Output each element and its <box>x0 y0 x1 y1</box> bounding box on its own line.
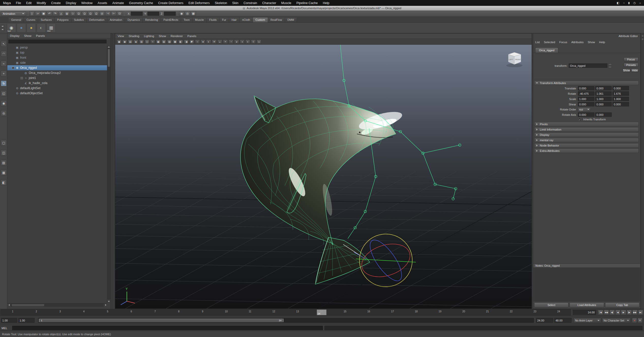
collapsed-section-header[interactable]: Extra Attributes <box>534 149 639 153</box>
shelf-tab[interactable]: Custom <box>253 18 268 22</box>
snap-to-view-plane-icon[interactable]: Ω <box>94 11 99 16</box>
pane-with-outliner-layout-icon[interactable]: ▤ <box>1 160 7 166</box>
macbar-menu-item[interactable]: Maya <box>3 1 11 5</box>
outliner-item[interactable]: - ⊕ Orca_rigged <box>7 65 107 70</box>
animation-preferences-button[interactable]: ≡ <box>638 318 642 323</box>
transform-name-field[interactable] <box>569 63 607 68</box>
resolution-gate-icon[interactable]: ▨ <box>167 40 172 44</box>
shelf-cycle-up-icon[interactable] <box>1 25 4 27</box>
shelf-tab[interactable]: Deformation <box>87 18 107 22</box>
outliner-menu[interactable]: Show <box>24 34 32 37</box>
textured-mode-icon[interactable]: ◐ <box>206 40 211 44</box>
scrollbar-thumb[interactable] <box>11 304 44 307</box>
shelf-tab[interactable]: Fluids <box>207 18 219 22</box>
wireframe-mode-icon[interactable]: ○ <box>195 40 200 44</box>
scroll-right-icon[interactable] <box>104 303 107 307</box>
bookmarks-icon[interactable]: ◈ <box>133 40 138 44</box>
grid-toggle-icon[interactable]: ▦ <box>156 40 161 44</box>
outliner-item[interactable]: ⊙ defaultLightSet <box>7 86 107 91</box>
outliner-filter-input[interactable] <box>8 40 107 43</box>
attribute-value-field[interactable] <box>595 97 612 101</box>
select-by-hierarchy-icon[interactable]: ◬ <box>58 11 64 16</box>
play-forwards-button[interactable]: ▶ <box>621 310 626 315</box>
shelf-tab[interactable]: DMM <box>285 18 297 22</box>
isolate-select-icon[interactable]: ◗ <box>245 40 250 44</box>
viewport-menu[interactable]: Shading <box>129 35 139 38</box>
command-line-language-toggle[interactable]: MEL <box>2 327 11 330</box>
attribute-value-field[interactable] <box>612 86 629 90</box>
output-connections-icon[interactable]: ⊢ <box>111 11 116 16</box>
show-button[interactable]: Show <box>623 69 630 72</box>
shelf-tab[interactable]: PaintEffects <box>161 18 181 22</box>
viewport-canvas[interactable]: LEFT FRONT Y <box>115 45 532 309</box>
window-title-bar[interactable]: ▤ Autodesk Maya 2013 x64: /Users/Ricardo… <box>0 6 644 11</box>
camera-attributes-icon[interactable]: ▤ <box>128 40 133 44</box>
redo-icon[interactable]: ↷ <box>53 11 58 16</box>
battery-status-icon[interactable]: ▮ <box>628 1 630 5</box>
viewport-menu[interactable]: View <box>118 35 124 38</box>
pan-zoom-icon[interactable]: ◫ <box>145 40 149 44</box>
macbar-menu-item[interactable]: Muscle <box>281 1 291 5</box>
select-by-component-icon[interactable]: ◇ <box>70 11 76 16</box>
step-back-key-button[interactable]: ◀◀ <box>604 310 609 315</box>
expand-toggle-icon[interactable]: - <box>12 67 14 69</box>
shelf-tab[interactable]: Hair <box>229 18 239 22</box>
shelf-tab[interactable]: Rendering <box>143 18 161 22</box>
motion-blur-icon[interactable]: ◔ <box>229 40 233 44</box>
coordinate-input[interactable] <box>164 12 176 16</box>
select-tool-icon[interactable]: ↖ <box>1 41 7 47</box>
attribute-value-field[interactable] <box>578 97 594 101</box>
shelf-tab[interactable]: Toon <box>181 18 192 22</box>
current-frame-marker[interactable]: 14 <box>317 310 326 315</box>
collapsed-section-header[interactable]: Node Behavior <box>534 143 639 148</box>
lasso-tool-icon[interactable]: ◠ <box>1 51 7 57</box>
copy-tab-button[interactable]: Copy Tab <box>605 302 639 308</box>
input-connections-icon[interactable]: ⊣ <box>105 11 111 16</box>
collapsed-section-header[interactable]: Pivots <box>534 122 639 126</box>
shelf-item[interactable]: ● <box>17 23 26 33</box>
universal-manipulator-icon[interactable]: ◉ <box>1 100 7 106</box>
shelf-item[interactable]: ◉ Spli <box>7 23 16 33</box>
rotate-tool-icon[interactable]: ↻ <box>1 81 7 86</box>
macbar-menu-item[interactable]: Skin <box>232 1 238 5</box>
shelf-tab[interactable]: Animation <box>107 18 125 22</box>
animation-start-field[interactable] <box>1 318 17 323</box>
attribute-value-field[interactable] <box>578 91 594 96</box>
shadows-icon[interactable]: ◒ <box>217 40 222 44</box>
inherits-transform-checkbox[interactable]: ✓ <box>578 118 581 121</box>
shelf-tab[interactable]: Muscle <box>192 18 207 22</box>
playback-end-field[interactable] <box>536 318 553 323</box>
go-to-start-button[interactable]: |◀ <box>598 310 603 315</box>
shelf-tab[interactable]: Dynamics <box>125 18 143 22</box>
collapsed-section-header[interactable]: Display <box>534 133 639 137</box>
command-line-input[interactable] <box>12 326 323 330</box>
coordinate-input[interactable] <box>147 12 159 16</box>
viewport-menu[interactable]: Renderer <box>171 35 183 38</box>
attribute-value-field[interactable] <box>612 97 629 101</box>
snap-to-grid-icon[interactable]: Ω <box>76 11 81 16</box>
macbar-menu-item[interactable]: Window <box>81 1 93 5</box>
spotlight-search-icon[interactable]: ○ <box>639 2 641 5</box>
attribute-editor-menu[interactable]: Show <box>588 41 595 44</box>
expand-toggle-icon[interactable]: + <box>21 77 23 79</box>
viewport-3d-scene[interactable]: LEFT FRONT Y <box>115 45 532 309</box>
shelf-item[interactable]: ● <box>27 23 36 33</box>
snap-to-point-icon[interactable]: Ω <box>88 11 93 16</box>
outliner-menu[interactable]: Display <box>10 34 20 37</box>
image-plane-icon[interactable]: ▥ <box>139 40 144 44</box>
macbar-menu-item[interactable]: Assets <box>98 1 107 5</box>
lock-camera-icon[interactable]: ◉ <box>122 40 127 44</box>
rotate-axis-field[interactable] <box>578 113 594 117</box>
single-pane-layout-icon[interactable]: ▢ <box>1 140 7 146</box>
macbar-menu-item[interactable]: Pipeline Cache <box>296 1 318 5</box>
outliner-item[interactable]: + ○ joint1 <box>7 75 107 81</box>
step-forward-frame-button[interactable]: |▶ <box>627 310 632 315</box>
rotate-axis-field[interactable] <box>595 113 612 117</box>
scrollbar-thumb[interactable] <box>108 49 110 67</box>
xray-joints-icon[interactable]: ◇ <box>257 40 261 44</box>
new-scene-icon[interactable]: ▯ <box>29 11 35 16</box>
rotate-order-dropdown[interactable]: xyz <box>578 107 591 111</box>
anim-layer-selector[interactable]: No Anim Layer <box>574 318 601 323</box>
select-by-object-icon[interactable]: ◍ <box>64 11 70 16</box>
outliner-item[interactable]: ◎ Orca_mejorada:Group2 <box>7 70 107 75</box>
